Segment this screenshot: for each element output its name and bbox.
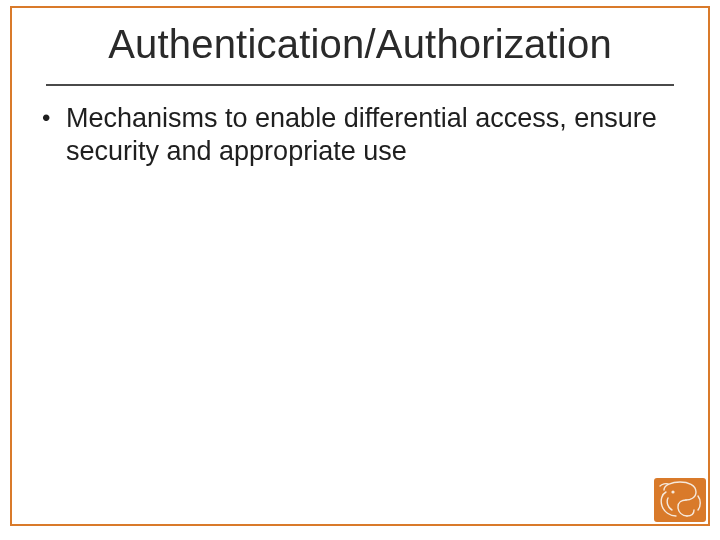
title-underline: [46, 84, 674, 86]
bullet-item: Mechanisms to enable differential access…: [38, 102, 670, 168]
slide: Authentication/Authorization Mechanisms …: [0, 0, 720, 540]
slide-body: Mechanisms to enable differential access…: [38, 102, 670, 168]
elephant-ornament-logo-icon: [654, 478, 706, 522]
svg-point-1: [671, 490, 674, 493]
slide-title: Authentication/Authorization: [0, 22, 720, 67]
bullet-list: Mechanisms to enable differential access…: [38, 102, 670, 168]
